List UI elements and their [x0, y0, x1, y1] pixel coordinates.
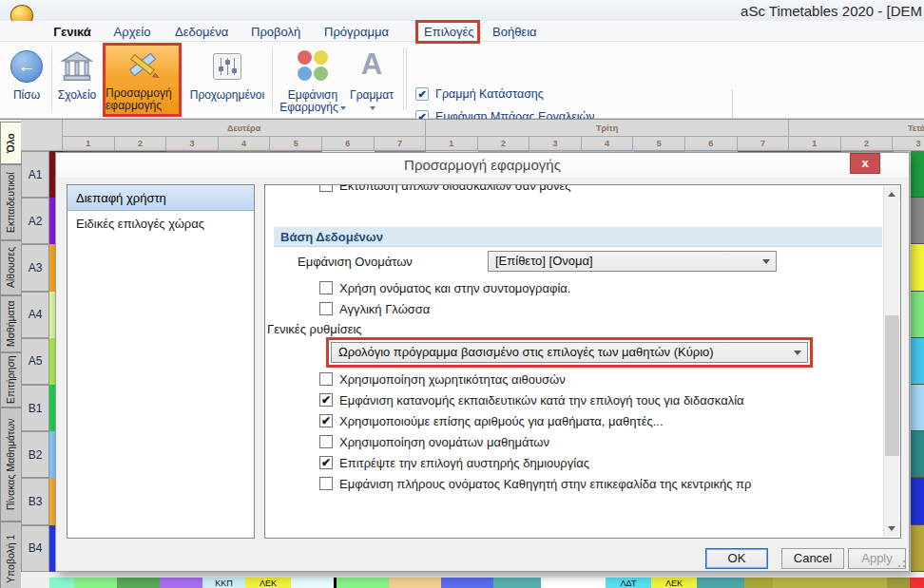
- scroll-up-icon[interactable]: [884, 186, 900, 202]
- checkbox[interactable]: [319, 281, 333, 294]
- row-label-A4[interactable]: A4: [21, 292, 49, 338]
- timetable-cell[interactable]: [887, 578, 910, 588]
- sidebar-tab-Επιτήρηση[interactable]: Επιτήρηση: [0, 352, 21, 408]
- resize-grip[interactable]: [896, 559, 906, 568]
- customize-application-button[interactable]: Προσαρμογή εφαρμογής: [103, 43, 182, 117]
- sidebar-tab-Όλο[interactable]: Όλο: [0, 122, 21, 164]
- period-header[interactable]: 7: [738, 137, 790, 151]
- sidebar-tab-Υποβολή 1[interactable]: Υποβολή 1: [0, 522, 21, 588]
- names-display-dropdown[interactable]: [Επίθετο] [Ονομα]: [488, 251, 777, 272]
- fonts-button[interactable]: A Γραμματ: [348, 45, 395, 115]
- timetable-cell[interactable]: [911, 478, 924, 524]
- sidebar-tab-Αίθουσες[interactable]: Αίθουσες: [0, 240, 21, 295]
- timetable-cell[interactable]: [291, 578, 334, 588]
- timetable-cell[interactable]: [441, 578, 493, 588]
- checkbox[interactable]: [319, 435, 333, 448]
- timetable-cell[interactable]: [911, 198, 924, 244]
- period-header[interactable]: 2: [841, 137, 894, 151]
- timetable-cell[interactable]: [910, 578, 924, 588]
- row-label-A1[interactable]: A1: [21, 151, 49, 198]
- timetable-cell[interactable]: ΛΕΚ: [245, 578, 291, 588]
- timetable-cell[interactable]: ΛΔΤ: [606, 578, 651, 588]
- day-header-Δευτέρα[interactable]: Δευτέρα: [63, 120, 426, 137]
- checkbox[interactable]: [319, 477, 333, 490]
- period-header[interactable]: 1: [426, 137, 478, 151]
- dialog-category-item[interactable]: Διεπαφή χρήστη: [67, 185, 254, 211]
- checkbox[interactable]: ✔: [319, 393, 333, 407]
- period-header[interactable]: 1: [789, 137, 841, 151]
- checkbox[interactable]: ✔: [319, 456, 333, 469]
- period-header[interactable]: 5: [633, 137, 685, 151]
- timetable-cell[interactable]: [49, 578, 74, 588]
- timetable-cell[interactable]: [697, 578, 744, 588]
- day-header-Τετάρτη[interactable]: Τετάρτη: [789, 120, 924, 137]
- day-header-Τρίτη[interactable]: Τρίτη: [426, 120, 789, 137]
- timetable-cell[interactable]: [911, 244, 924, 291]
- school-button[interactable]: Σχολείο: [53, 45, 101, 115]
- sidebar-tab-Εκπαιδευτικοί[interactable]: Εκπαιδευτικοί: [0, 164, 21, 240]
- menu-item-Δεδομένα[interactable]: Δεδομένα: [169, 23, 232, 41]
- period-header[interactable]: 1: [63, 137, 115, 151]
- timetable-cell[interactable]: [493, 578, 541, 588]
- checkbox[interactable]: [319, 302, 333, 315]
- period-header[interactable]: 4: [219, 137, 271, 151]
- ok-button[interactable]: OK: [705, 548, 768, 569]
- scrollbar[interactable]: [883, 186, 899, 537]
- period-header[interactable]: 4: [582, 137, 634, 151]
- menu-item-Γενικά[interactable]: Γενικά: [48, 23, 97, 41]
- dialog-category-item[interactable]: Ειδικές επιλογές χώρας: [67, 211, 254, 237]
- period-header[interactable]: 5: [270, 137, 322, 151]
- period-header[interactable]: 3: [529, 137, 582, 151]
- timetable-cell[interactable]: [911, 292, 924, 338]
- menu-item-Βοήθεια[interactable]: Βοήθεια: [487, 23, 540, 41]
- close-icon[interactable]: x: [850, 153, 880, 174]
- timetable-cell[interactable]: [911, 431, 924, 478]
- menu-item-Προβολή[interactable]: Προβολή: [245, 23, 302, 41]
- period-header[interactable]: 2: [478, 137, 530, 151]
- timetable-cell[interactable]: [117, 578, 160, 588]
- timetable-cell[interactable]: [541, 578, 606, 588]
- menu-item-Αρχείο[interactable]: Αρχείο: [107, 23, 157, 41]
- cancel-button[interactable]: Cancel: [781, 548, 844, 569]
- checkbox[interactable]: [319, 184, 333, 192]
- sidebar-tab-Μαθήματα[interactable]: Μαθήματα: [0, 295, 21, 352]
- back-button[interactable]: ← Πίσω: [6, 45, 48, 115]
- checkbox[interactable]: [319, 372, 333, 386]
- scrollbar-thumb[interactable]: [885, 315, 899, 456]
- period-header[interactable]: 6: [322, 137, 375, 151]
- row-label-B3[interactable]: B3: [21, 478, 49, 524]
- period-header[interactable]: 2: [115, 137, 167, 151]
- menu-item-Πρόγραμμα[interactable]: Πρόγραμμα: [318, 23, 395, 41]
- timetable-cell[interactable]: [773, 578, 887, 588]
- sidebar-tab-Πίνακας Μαθημάτων[interactable]: Πίνακας Μαθημάτων: [0, 408, 21, 522]
- timetable-cell[interactable]: [160, 578, 202, 588]
- four-dots-icon: [297, 49, 329, 82]
- timetable-cell[interactable]: [911, 525, 924, 572]
- checkbox[interactable]: ✔: [415, 87, 429, 101]
- timetable-cell[interactable]: [911, 385, 924, 431]
- timetable-cell[interactable]: [389, 578, 441, 588]
- row-label-B1[interactable]: B1: [21, 385, 49, 431]
- timetable-cell[interactable]: [744, 578, 773, 588]
- row-label-B2[interactable]: B2: [21, 431, 49, 478]
- period-header[interactable]: 3: [893, 137, 924, 151]
- period-header[interactable]: 7: [375, 137, 427, 151]
- timetable-cell[interactable]: [911, 151, 924, 198]
- period-header[interactable]: 3: [166, 137, 219, 151]
- row-label-A5[interactable]: A5: [21, 338, 49, 385]
- timetable-cell[interactable]: ΛΕΚ: [651, 578, 697, 588]
- row-label-A2[interactable]: A2: [21, 198, 49, 244]
- timetable-cell[interactable]: [337, 578, 389, 588]
- advanced-button[interactable]: Προχωρημένοι: [184, 45, 270, 115]
- application-appearance-button[interactable]: Εμφάνιση Εφαρμογής: [278, 45, 348, 115]
- scroll-down-icon[interactable]: [884, 521, 900, 537]
- period-header[interactable]: 6: [685, 137, 738, 151]
- dialog-category-list[interactable]: Διεπαφή χρήστηΕιδικές επιλογές χώρας: [67, 184, 255, 539]
- timetable-cell[interactable]: [74, 578, 117, 588]
- row-label-B4[interactable]: B4: [21, 525, 49, 572]
- timetable-cell[interactable]: [911, 338, 924, 385]
- timetable-cell[interactable]: ΚΚΠ: [202, 578, 245, 588]
- row-label-A3[interactable]: A3: [21, 244, 49, 291]
- checkbox[interactable]: ✔: [319, 414, 333, 427]
- dialog-title-bar[interactable]: Προσαρμογή εφαρμογής x: [56, 153, 909, 178]
